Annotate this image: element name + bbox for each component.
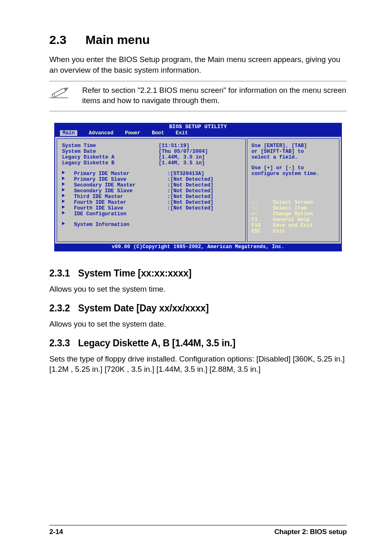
note-block: Refer to section "2.2.1 BIOS menu screen… (49, 81, 347, 111)
bios-help-line: or [SHIFT-TAB] to (251, 149, 336, 154)
bios-tab-boot: Boot (152, 130, 164, 136)
section-body: Allows you to set the system time. (49, 284, 347, 295)
page-number: 2-14 (49, 528, 63, 536)
bios-tab-advanced: Advanced (89, 130, 113, 136)
triangle-icon (62, 171, 65, 174)
svg-rect-0 (49, 97, 68, 98)
bios-tab-power: Power (125, 130, 141, 136)
heading-title: Main menu (85, 33, 150, 46)
triangle-icon (62, 211, 65, 214)
section-heading: 2.3.1System Time [xx:xx:xxxx] (49, 268, 347, 279)
svg-marker-2 (64, 86, 69, 92)
bios-help-line: configure system time. (251, 171, 336, 177)
chapter-label: Chapter 2: BIOS setup (274, 528, 347, 536)
bios-tab-main: Main (60, 130, 77, 136)
bios-submenu-row: Primary IDE Slave:[Not Detected] (62, 177, 245, 182)
bios-title: BIOS SETUP UTILITY (55, 124, 341, 130)
bios-submenu-row: Primary IDE Master:[ST320413A] (62, 171, 245, 177)
bios-submenu-row: System Information (62, 222, 245, 228)
bios-body: System Time[11:51:19] System Date[Thu 05… (55, 137, 341, 244)
note-text: Refer to section "2.2.1 BIOS menu screen… (82, 85, 347, 106)
bios-submenu-row: Secondary IDE Master:[Not Detected] (62, 182, 245, 188)
bios-row: System Date[Thu 05/07/2004] (62, 149, 245, 154)
section-heading: 2.3.2System Date [Day xx/xx/xxxx] (49, 303, 347, 314)
triangle-icon (62, 200, 65, 203)
svg-rect-1 (52, 88, 66, 98)
note-pencil-icon (49, 85, 71, 99)
bios-menu-bar: Main Advanced Power Boot Exit (55, 130, 341, 137)
bios-row: System Time[11:51:19] (62, 143, 245, 149)
intro-paragraph: When you enter the BIOS Setup program, t… (49, 54, 347, 75)
bios-help-line: Use [ENTER], [TAB] (251, 143, 336, 149)
bios-tab-exit: Exit (176, 130, 188, 136)
section-body: Allows you to set the system date. (49, 319, 347, 329)
triangle-icon (62, 194, 65, 197)
triangle-icon (62, 188, 65, 191)
svg-line-3 (53, 94, 55, 97)
bios-help-panel: Use [ENTER], [TAB] or [SHIFT-TAB] to sel… (247, 138, 339, 242)
bios-row: Legacy Diskette B[1.44M, 3.5 in] (62, 160, 245, 166)
triangle-icon (62, 222, 65, 225)
bios-submenu-row: Secondary IDE Slave:[Not Detected] (62, 188, 245, 194)
bios-help-line: Use [+] or [-] to (251, 165, 336, 171)
section-body: Sets the type of floppy drive installed.… (49, 354, 347, 375)
triangle-icon (62, 205, 65, 209)
page-heading: 2.3Main menu (49, 33, 347, 47)
bios-submenu-row: Fourth IDE Master:[Not Detected] (62, 200, 245, 205)
footer-rule (49, 525, 347, 525)
bios-submenu-row: Third IDE Master:[Not Detected] (62, 194, 245, 200)
bios-screenshot: BIOS SETUP UTILITY Main Advanced Power B… (54, 123, 342, 251)
triangle-icon (62, 177, 65, 180)
bios-copyright: v00.00 (C)Copyright 1985-2002, American … (55, 244, 341, 251)
bios-submenu-row: IDE Configuration (62, 211, 245, 217)
section-heading: 2.3.3Legacy Diskette A, B [1.44M, 3.5 in… (49, 338, 347, 349)
page-footer: 2-14 Chapter 2: BIOS setup (49, 528, 347, 536)
heading-number: 2.3 (49, 33, 85, 47)
bios-help-line: select a field. (251, 154, 336, 160)
bios-left-panel: System Time[11:51:19] System Date[Thu 05… (57, 138, 246, 242)
triangle-icon (62, 182, 65, 186)
bios-submenu-row: Fourth IDE Slave:[Not Detected] (62, 205, 245, 211)
bios-help-keys: ←→Select Screen ↑↓Select Item +-Change O… (251, 200, 336, 234)
bios-row: Legacy Diskette A[1.44M, 3.5 in] (62, 154, 245, 160)
